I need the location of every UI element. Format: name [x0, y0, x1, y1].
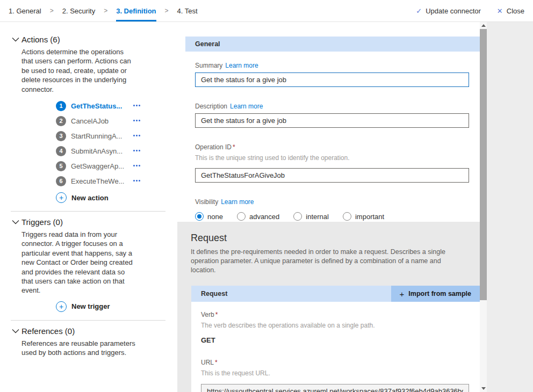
action-item-startrunning[interactable]: 3 StartRunningA...: [56, 128, 141, 143]
wizard-steps: 1. General > 2. Security > 3. Definition…: [9, 0, 198, 21]
url-input[interactable]: [201, 384, 469, 392]
more-options-icon[interactable]: [133, 165, 141, 167]
action-number-badge: 4: [56, 146, 66, 156]
vertical-scrollbar[interactable]: [480, 22, 487, 392]
step-test[interactable]: 4. Test: [177, 0, 198, 21]
scrollbar-up-arrow-icon[interactable]: [481, 24, 486, 27]
definition-main-panel: General SummaryLearn more DescriptionLea…: [177, 22, 480, 392]
url-field-group: URL* This is the request URL.: [201, 357, 469, 392]
step-security[interactable]: 2. Security: [62, 0, 95, 21]
description-learn-more-link[interactable]: Learn more: [230, 103, 263, 110]
verb-help-text: The verb describes the operations availa…: [201, 322, 469, 329]
actions-section-title: Actions (6): [21, 35, 60, 44]
verb-value: GET: [201, 336, 469, 344]
references-section-title: References (0): [21, 326, 75, 336]
update-connector-button[interactable]: ✓ Update connector: [416, 7, 481, 15]
plus-icon: +: [400, 290, 405, 298]
import-from-sample-label: Import from sample: [408, 290, 471, 297]
action-item-executethewe[interactable]: 6 ExecuteTheWe...: [56, 173, 141, 188]
visibility-learn-more-link[interactable]: Learn more: [221, 198, 254, 206]
description-field-group: DescriptionLearn more: [195, 101, 469, 128]
description-label: Description: [195, 103, 227, 110]
scrollbar-down-arrow-icon[interactable]: [481, 387, 486, 390]
references-section-description: References are reusable parameters used …: [21, 339, 136, 358]
general-card-body: SummaryLearn more DescriptionLearn more …: [185, 60, 480, 233]
new-action-label: New action: [71, 194, 109, 202]
page-background-gutter: [487, 22, 533, 392]
url-label: URL*: [201, 359, 218, 366]
action-label: StartRunningA...: [71, 132, 122, 140]
required-asterisk: *: [233, 143, 235, 151]
action-label: ExecuteTheWe...: [71, 177, 124, 185]
more-options-icon[interactable]: [133, 135, 141, 137]
summary-input[interactable]: [195, 72, 469, 87]
more-options-icon[interactable]: [133, 120, 141, 122]
sidebar-divider: [11, 211, 165, 212]
new-trigger-button[interactable]: + New trigger: [56, 300, 177, 313]
actions-list: 1 GetTheStatus... 2 CancelAJob 3 StartRu…: [0, 98, 177, 188]
request-section: Request It defines the pre-requirements …: [177, 222, 480, 392]
chevron-down-icon: [12, 220, 19, 224]
topbar-commands: ✓ Update connector ✕ Close: [416, 7, 524, 15]
visibility-option-important[interactable]: important: [343, 212, 384, 221]
visibility-option-none[interactable]: none: [195, 212, 223, 221]
chevron-down-icon: [12, 37, 19, 42]
radio-icon: [237, 212, 246, 221]
actions-section-header[interactable]: Actions (6): [12, 35, 177, 44]
visibility-option-internal[interactable]: internal: [293, 212, 329, 221]
close-icon: ✕: [497, 8, 503, 14]
more-options-icon[interactable]: [133, 105, 141, 107]
checkmark-icon: ✓: [416, 8, 422, 14]
operation-id-input[interactable]: [195, 168, 469, 183]
action-number-badge: 6: [56, 176, 66, 186]
step-separator-icon: >: [50, 7, 54, 14]
operation-id-help-text: This is the unique string used to identi…: [195, 154, 469, 162]
more-options-icon[interactable]: [133, 180, 141, 182]
new-action-button[interactable]: + New action: [56, 191, 177, 204]
visibility-label: Visibility: [195, 198, 218, 206]
url-help-text: This is the request URL.: [201, 369, 469, 377]
triggers-section-description: Triggers read data in from your connecto…: [21, 230, 136, 295]
request-card: Request + Import from sample Verb* The v…: [191, 286, 480, 392]
close-button[interactable]: ✕ Close: [497, 7, 524, 15]
radio-label: important: [355, 213, 384, 221]
request-card-title: Request: [201, 290, 227, 297]
action-number-badge: 2: [56, 116, 66, 126]
action-item-cancelajob[interactable]: 2 CancelAJob: [56, 113, 141, 128]
verb-field-group: Verb* The verb describes the operations …: [201, 309, 469, 344]
required-asterisk: *: [215, 359, 218, 366]
wizard-topbar: 1. General > 2. Security > 3. Definition…: [0, 0, 533, 22]
radio-label: none: [207, 213, 223, 221]
action-item-getswagger[interactable]: 5 GetSwaggerAp...: [56, 158, 141, 173]
action-number-badge: 5: [56, 161, 66, 171]
summary-learn-more-link[interactable]: Learn more: [225, 62, 258, 69]
action-item-getthestatus[interactable]: 1 GetTheStatus...: [56, 98, 141, 113]
request-card-header: Request + Import from sample: [191, 286, 480, 302]
actions-section-description: Actions determine the operations that us…: [21, 47, 136, 94]
scrollbar-thumb[interactable]: [480, 29, 487, 300]
update-connector-label: Update connector: [426, 7, 481, 15]
sidebar-divider: [11, 320, 165, 321]
required-asterisk: *: [215, 311, 218, 318]
verb-label: Verb*: [201, 311, 218, 318]
step-separator-icon: >: [104, 7, 107, 14]
description-input[interactable]: [195, 113, 469, 128]
general-card: General SummaryLearn more DescriptionLea…: [185, 37, 480, 233]
step-definition[interactable]: 3. Definition: [116, 0, 156, 21]
references-section-header[interactable]: References (0): [12, 326, 177, 336]
action-item-submitanasync[interactable]: 4 SubmitAnAsyn...: [56, 143, 141, 158]
more-options-icon[interactable]: [133, 150, 141, 152]
import-from-sample-button[interactable]: + Import from sample: [391, 286, 480, 302]
request-section-description: It defines the pre-requirements needed i…: [191, 248, 463, 275]
triggers-section-header[interactable]: Triggers (0): [12, 217, 177, 227]
radio-label: advanced: [249, 213, 279, 221]
step-general[interactable]: 1. General: [9, 0, 41, 21]
plus-circle-icon: +: [56, 301, 67, 312]
action-label: CancelAJob: [71, 117, 109, 125]
radio-icon: [293, 212, 302, 221]
visibility-option-advanced[interactable]: advanced: [237, 212, 279, 221]
radio-selected-icon: [195, 212, 204, 221]
action-label: GetTheStatus...: [71, 102, 122, 110]
new-trigger-label: New trigger: [71, 302, 110, 310]
triggers-section-title: Triggers (0): [21, 217, 63, 227]
